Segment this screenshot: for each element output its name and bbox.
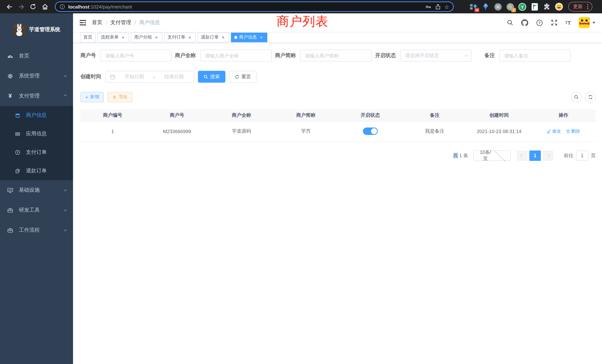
sidebar-item-label: 支付订单 [26,149,47,156]
extension-axure-icon[interactable]: 10 [469,3,477,11]
extensions-strip: 10 ⌘ 1 Y [469,3,563,11]
col-merchant-short: 商户简称 [274,109,338,121]
update-label: 更新 [573,3,583,10]
password-key-icon[interactable] [425,3,431,10]
site-info-icon[interactable] [59,4,65,10]
date-range-picker[interactable]: 开始日期 - 结束日期 [106,71,194,83]
browser-forward-icon[interactable] [17,3,25,11]
sidebar-item-system[interactable]: 系统管理 [0,66,73,86]
url-bar[interactable]: localhost:1024/pay/merchant ☆ [55,1,454,12]
github-icon[interactable] [521,19,528,26]
header-search-icon[interactable] [506,19,513,26]
total-count-highlight: 共 [453,152,458,158]
chevron-down-icon [64,208,67,211]
page-size-select[interactable]: 10条/页 [473,150,511,161]
refresh-table-button[interactable] [585,92,596,102]
tab-merchant-info[interactable]: 商户信息× [231,32,267,42]
toolbox-icon [7,207,13,213]
hide-search-button[interactable] [571,92,582,102]
caret-down-icon [592,22,595,23]
font-size-icon[interactable]: TT [565,20,571,26]
browser-update-menu[interactable]: 更新 [568,2,592,11]
tab-close-icon[interactable]: × [120,35,126,40]
sidebar-item-refund-orders[interactable]: 退款订单 [0,162,73,180]
sidebar-item-label: 应用信息 [26,130,47,137]
export-button[interactable]: 导出 [108,92,132,102]
tab-close-icon[interactable]: × [154,35,159,40]
tab-refund-orders[interactable]: 退款订单× [198,32,229,42]
browser-menu-dots-icon[interactable] [587,4,588,9]
browser-back-icon[interactable] [5,3,13,11]
tab-pay-orders[interactable]: 支付订单× [164,32,196,42]
edit-link[interactable]: 修改 [547,128,561,134]
extension-y-icon[interactable]: Y [518,3,526,11]
tab-close-icon[interactable]: × [187,35,192,40]
add-button[interactable]: + 新增 [80,92,104,102]
sidebar-fold-icon[interactable] [80,20,86,25]
sidebar-item-merchant-info[interactable]: 商户信息 [0,106,73,125]
tab-close-icon[interactable]: × [221,35,226,40]
sidebar-item-label: 首页 [19,53,66,59]
next-page-button[interactable] [543,150,553,161]
tab-home[interactable]: 首页 [80,32,96,42]
share-icon[interactable] [435,3,441,10]
breadcrumb-home[interactable]: 首页 [92,19,102,26]
status-select[interactable]: 请选择开启状态 [400,50,472,62]
sidebar-item-dev-tools[interactable]: 研发工具 [0,200,73,220]
extension-kite-icon[interactable] [482,3,490,11]
cell-merchant-short: 芋艿 [274,121,338,141]
merchant-name-input[interactable] [200,50,272,62]
extension-flag-icon[interactable] [530,3,539,11]
tab-close-icon[interactable]: × [259,35,264,40]
help-icon[interactable]: ? [536,19,543,26]
table-row: 1 M233666999 芋道源码 芋艿 我是备注 2021-10-23 08:… [80,121,596,141]
merchant-name-label: 商户全称 [175,52,200,59]
svg-text:¥: ¥ [17,151,19,154]
remark-input[interactable] [499,50,570,62]
tab-user-group[interactable]: 用户分组× [131,32,162,42]
chevron-down-icon [64,228,67,231]
browser-home-icon[interactable] [41,3,49,11]
sidebar-item-infrastructure[interactable]: 基础设施 [0,180,73,200]
sidebar-logo[interactable]: 芋道管理系统 [0,13,73,46]
end-date-placeholder[interactable]: 结束日期 [158,73,190,80]
sidebar: 芋道管理系统 首页 系统管理 ¥ 支付管理 [0,13,73,364]
extensions-puzzle-icon[interactable] [543,3,551,11]
profile-emoji-avatar[interactable] [555,3,563,11]
fullscreen-icon[interactable] [551,19,557,26]
start-date-placeholder[interactable]: 开始日期 [118,73,150,80]
page-number-1[interactable]: 1 [529,150,541,161]
extension-command-icon[interactable]: ⌘ [494,3,502,11]
goto-page-input[interactable] [576,150,588,161]
svg-text:Y: Y [521,5,524,9]
breadcrumb-payment[interactable]: 支付管理 [110,19,131,26]
reset-button[interactable]: 重置 [229,71,257,83]
sidebar-item-workflow[interactable]: 工作流程 [0,220,73,240]
sidebar-item-app-info[interactable]: 应用信息 [0,125,73,143]
bookmark-star-icon[interactable]: ☆ [444,4,449,10]
search-icon [204,74,208,79]
tab-process-form[interactable]: 流程表单× [97,32,129,42]
merchant-table: 商户编号 商户号 商户全称 商户简称 开启状态 备注 创建时间 操作 1 [80,109,596,141]
browser-reload-icon[interactable] [29,3,37,11]
chevron-right-icon [547,154,549,157]
merchant-no-input[interactable] [100,50,172,62]
user-menu[interactable] [579,17,595,28]
screen: localhost:1024/pay/merchant ☆ 10 ⌘ [0,0,602,364]
status-toggle[interactable] [363,128,378,135]
sidebar-item-pay-orders[interactable]: ¥ 支付订单 [0,143,73,162]
delete-link[interactable]: 删除 [566,128,580,134]
merchant-short-input[interactable] [300,50,372,62]
prev-page-button[interactable] [517,150,527,161]
merchant-no-label: 商户号 [80,52,100,59]
search-button[interactable]: 搜索 [198,71,225,83]
extension-recorder-icon[interactable]: 1 [506,3,514,11]
sidebar-item-payment[interactable]: ¥ 支付管理 [0,86,73,106]
status-placeholder: 请选择开启状态 [405,52,465,59]
goto-unit-label: 页 [591,152,596,159]
user-avatar [579,17,590,28]
yen-circle-icon: ¥ [15,149,20,155]
cell-create-time: 2021-10-23 08:31:14 [467,121,531,141]
sidebar-item-home[interactable]: 首页 [0,46,73,66]
calendar-icon [110,74,115,79]
